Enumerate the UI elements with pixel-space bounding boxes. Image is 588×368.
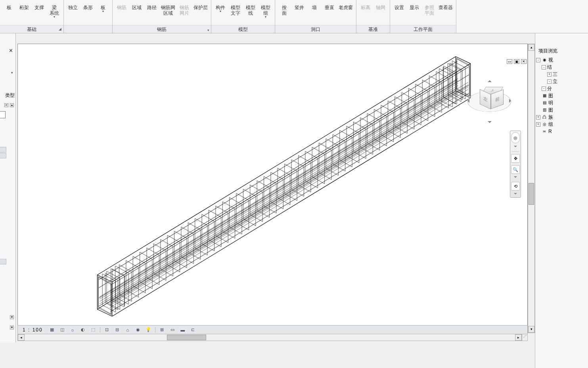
cropped-row[interactable] bbox=[0, 153, 6, 158]
tree-node[interactable]: -◉视 bbox=[536, 56, 588, 64]
level-icon bbox=[360, 0, 372, 4]
tree-node-icon: ▦ bbox=[542, 93, 547, 98]
scroll-up-icon[interactable]: ▴ bbox=[528, 44, 534, 51]
zoom-icon[interactable]: 🔍 bbox=[511, 165, 520, 174]
model-group-button[interactable]: 模型 组▾ bbox=[258, 0, 273, 19]
scroll-right-icon[interactable]: ▸ bbox=[515, 334, 522, 341]
pan-icon[interactable]: ✥ bbox=[511, 154, 520, 163]
crop-view-icon[interactable]: ⊡ bbox=[103, 327, 111, 333]
scroll-thumb[interactable] bbox=[529, 183, 534, 205]
crop-region-icon[interactable]: ⊟ bbox=[114, 327, 121, 333]
scroll-down-icon[interactable]: ▾ bbox=[10, 326, 14, 329]
tree-node[interactable]: +◎组 bbox=[536, 121, 588, 128]
viewcube-west-icon[interactable] bbox=[465, 99, 469, 103]
steering-wheel-icon[interactable]: ◎ bbox=[511, 132, 520, 143]
chevron-down-icon[interactable] bbox=[514, 176, 517, 179]
viewcube-north-icon[interactable] bbox=[488, 78, 492, 82]
truss-button[interactable]: 桁架 bbox=[17, 0, 32, 11]
tree-node[interactable]: -结 bbox=[536, 64, 588, 71]
component-button[interactable]: 构件▾ bbox=[213, 0, 228, 14]
view-close-icon[interactable]: ✕ bbox=[521, 59, 527, 64]
tree-node[interactable]: ▦图 bbox=[536, 92, 588, 99]
strip-button[interactable]: 条形 bbox=[80, 0, 96, 11]
visual-style-icon[interactable]: ◫ bbox=[59, 327, 66, 333]
path-button[interactable]: 路径 bbox=[144, 0, 159, 11]
scroll-thumb[interactable] bbox=[167, 335, 206, 340]
constraints-icon[interactable]: ▬ bbox=[179, 327, 186, 333]
tree-node[interactable]: +三 bbox=[536, 71, 588, 78]
collapse-down-icon[interactable]: ▾ bbox=[10, 315, 14, 319]
view-cube[interactable]: 上 左 前 bbox=[465, 80, 513, 127]
temp-hide-icon[interactable]: ◉ bbox=[134, 327, 142, 333]
shaft-button[interactable]: 竖井 bbox=[292, 0, 307, 11]
scroll-down-icon[interactable]: ▾ bbox=[528, 326, 534, 333]
cropped-row[interactable] bbox=[0, 259, 6, 264]
collapse-icon[interactable]: - bbox=[547, 79, 552, 84]
orbit-icon[interactable]: ⟲ bbox=[511, 182, 520, 191]
brace-button[interactable]: 支撑 bbox=[32, 0, 47, 11]
dropdown-icon[interactable]: ▾ bbox=[11, 71, 13, 75]
reveal-hidden-icon[interactable]: 💡 bbox=[145, 327, 152, 333]
scroll-track[interactable] bbox=[528, 51, 534, 326]
scroll-left-icon[interactable]: ◂ bbox=[18, 334, 25, 341]
view-maximize-icon[interactable]: ▣ bbox=[514, 59, 519, 64]
cover-button[interactable]: 保护层 bbox=[192, 0, 209, 11]
expand-icon[interactable]: + bbox=[547, 72, 552, 77]
collapse-icon[interactable]: - bbox=[542, 87, 546, 91]
tree-node[interactable]: -立 bbox=[536, 78, 588, 85]
collapse-icon[interactable]: - bbox=[542, 65, 546, 69]
slab2-button[interactable]: 板▾ bbox=[96, 0, 111, 14]
worksharing-icon[interactable]: ⊞ bbox=[159, 327, 166, 333]
scroll-track[interactable] bbox=[25, 334, 515, 341]
dormer-button[interactable]: 老虎窗 bbox=[337, 0, 354, 11]
cropped-row[interactable] bbox=[0, 147, 6, 152]
tree-node[interactable]: -分 bbox=[536, 85, 588, 92]
expand-icon[interactable]: + bbox=[536, 122, 540, 127]
collapse-up-icon[interactable]: ▴ bbox=[10, 103, 14, 107]
svg-line-182 bbox=[360, 118, 373, 125]
model-text-button[interactable]: 模型 文字 bbox=[228, 0, 243, 17]
tree-node[interactable]: +凸族 bbox=[536, 114, 588, 121]
expand-icon[interactable]: + bbox=[536, 115, 540, 119]
canvas-horizontal-scrollbar[interactable]: ◂ ▸ ⋰ bbox=[17, 334, 528, 341]
viewcube-east-icon[interactable] bbox=[509, 99, 513, 103]
panel-launcher-icon[interactable]: ◢ bbox=[59, 27, 61, 31]
view-minimize-icon[interactable]: ▭ bbox=[507, 59, 512, 64]
canvas-vertical-scrollbar[interactable]: ▴ ▾ bbox=[528, 44, 535, 333]
fabric-area-button[interactable]: 钢筋网 区域 bbox=[159, 0, 177, 17]
tree-node[interactable]: ▥图 bbox=[536, 106, 588, 114]
viewer-button[interactable]: 查看器 bbox=[437, 0, 454, 11]
view-scale[interactable]: 1 : 100 bbox=[20, 327, 45, 333]
sun-path-icon[interactable]: ☼ bbox=[69, 327, 76, 333]
expand-icon[interactable]: « bbox=[4, 103, 8, 107]
cropped-input[interactable] bbox=[0, 111, 6, 118]
lock-3d-icon[interactable]: ⌂ bbox=[124, 327, 131, 333]
collapse-icon[interactable]: - bbox=[536, 58, 540, 62]
close-icon[interactable]: ✕ bbox=[9, 48, 13, 54]
wall-opening-button[interactable]: 墙 bbox=[307, 0, 322, 11]
dormer-icon bbox=[340, 0, 352, 4]
area-button[interactable]: 区域 bbox=[129, 0, 144, 11]
shadows-icon[interactable]: ◐ bbox=[79, 327, 86, 333]
chevron-down-icon[interactable] bbox=[514, 193, 517, 196]
set-button[interactable]: 设置 bbox=[392, 0, 407, 11]
3d-view-canvas[interactable]: ▭ ▣ ✕ ▴ 上 左 前 ◎ ✥ 🔍 ⟲ bbox=[17, 44, 528, 333]
model-line-button[interactable]: 模型 线 bbox=[243, 0, 258, 17]
by-face-button[interactable]: 按 面 bbox=[277, 0, 292, 17]
detail-level-icon[interactable]: ▦ bbox=[48, 327, 56, 333]
rendering-icon[interactable]: ⬚ bbox=[90, 327, 97, 333]
svg-line-22 bbox=[100, 83, 458, 301]
viewcube-south-icon[interactable] bbox=[488, 121, 492, 125]
chevron-down-icon[interactable] bbox=[514, 146, 517, 149]
chevron-down-icon[interactable]: ▾ bbox=[207, 27, 209, 33]
tree-node[interactable]: ∞R bbox=[536, 128, 588, 135]
isolated-button[interactable]: 独立 bbox=[65, 0, 80, 11]
resize-grip-icon[interactable]: ⋰ bbox=[522, 334, 527, 341]
analytical-icon[interactable]: ▭ bbox=[169, 327, 176, 333]
slab-button[interactable]: 板 bbox=[2, 0, 17, 11]
beam-system-button[interactable]: 梁 系统▾ bbox=[47, 0, 62, 19]
vertical-button[interactable]: 垂直 bbox=[322, 0, 337, 11]
tree-node[interactable]: ▤明 bbox=[536, 99, 588, 106]
highlight-icon[interactable]: ⊏ bbox=[190, 327, 197, 333]
show-button[interactable]: 显示 bbox=[407, 0, 422, 11]
